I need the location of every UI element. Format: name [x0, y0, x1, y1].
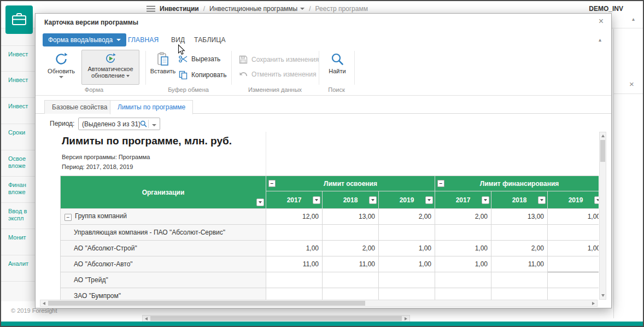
breadcrumb-level2[interactable]: Реестр программ — [315, 5, 368, 13]
breadcrumb-root[interactable]: Инвестиции — [160, 5, 199, 13]
value-cell[interactable] — [323, 225, 379, 241]
value-cell[interactable]: 11,00 — [491, 256, 548, 272]
org-column-header[interactable]: Организации — [61, 176, 266, 209]
io-form-button[interactable]: Форма ввода/вывода — [43, 33, 126, 46]
breadcrumb-level1[interactable]: Инвестиционные программы — [209, 5, 305, 13]
close-icon[interactable]: × — [629, 79, 634, 89]
value-cell[interactable]: 2,00 — [491, 241, 548, 256]
value-cell[interactable]: 2,00 — [435, 209, 491, 225]
collapse-icon[interactable]: − — [437, 180, 444, 187]
value-cell[interactable] — [491, 225, 548, 241]
year-column-header[interactable]: 2018 — [323, 191, 379, 209]
scroll-left-icon[interactable] — [143, 316, 150, 322]
refresh-label: Обновить — [48, 68, 75, 74]
value-cell[interactable] — [323, 288, 379, 300]
value-cell[interactable]: 13,00 — [323, 209, 379, 225]
ribbon-tab-main[interactable]: ГЛАВНАЯ — [128, 36, 159, 44]
value-cell[interactable] — [548, 272, 599, 288]
column-filter-button[interactable] — [425, 196, 433, 204]
column-filter-button[interactable] — [313, 196, 320, 204]
find-button[interactable]: Найти — [324, 52, 350, 74]
year-column-header[interactable]: 2017 — [266, 191, 323, 209]
collapse-icon[interactable]: − — [268, 180, 276, 187]
tab-basic-properties[interactable]: Базовые свойства — [44, 100, 115, 114]
tab-program-limits[interactable]: Лимиты по программе — [110, 100, 193, 114]
year-column-header[interactable]: 2018 — [491, 191, 548, 209]
value-cell[interactable]: 2,00 — [323, 241, 379, 256]
app-logo[interactable] — [5, 5, 33, 34]
value-cell[interactable] — [491, 288, 548, 300]
chevron-up-icon[interactable]: ▴ — [599, 37, 601, 43]
organization-cell[interactable]: −Группа компаний — [61, 209, 266, 225]
collapse-icon[interactable]: − — [65, 214, 72, 221]
cut-button[interactable]: Вырезать — [179, 55, 220, 63]
scrollbar-thumb[interactable] — [48, 301, 365, 306]
value-cell[interactable]: 2,00 — [379, 209, 435, 225]
menu-icon[interactable] — [147, 5, 155, 12]
group-column-header[interactable]: −Лимит освоения — [266, 176, 435, 191]
organization-cell[interactable]: АО "Абсолют-Строй" — [61, 241, 266, 256]
value-cell[interactable]: 13,00 — [491, 209, 548, 225]
value-cell[interactable] — [323, 272, 379, 288]
value-cell[interactable]: 1,00 — [435, 256, 491, 272]
value-cell[interactable] — [548, 256, 599, 272]
group-column-header[interactable]: −Лимит финансирования — [435, 176, 599, 191]
value-cell[interactable] — [379, 225, 435, 241]
value-cell[interactable] — [435, 272, 491, 288]
column-filter-button[interactable] — [482, 196, 489, 204]
undo-changes-button[interactable]: Отменить изменения — [239, 71, 316, 78]
column-filter-button[interactable] — [594, 196, 599, 204]
value-cell[interactable]: 1,00 — [435, 241, 491, 256]
value-cell[interactable] — [491, 272, 548, 288]
value-cell[interactable] — [435, 225, 491, 241]
value-cell[interactable] — [379, 288, 435, 300]
table-horizontal-scrollbar[interactable] — [40, 300, 598, 307]
value-cell[interactable] — [548, 225, 599, 241]
chevron-up-icon[interactable]: ▴ — [632, 16, 635, 22]
scroll-right-icon[interactable] — [402, 316, 409, 322]
chevron-down-icon[interactable] — [151, 120, 160, 128]
paste-button[interactable]: Вставить — [149, 52, 177, 74]
organization-cell[interactable]: Управляющая компания - ПАО "Абсолют-Серв… — [61, 225, 266, 241]
value-cell[interactable] — [435, 288, 491, 300]
ribbon-tab-table[interactable]: ТАБЛИЦА — [194, 36, 226, 44]
organization-cell[interactable]: ЗАО "Бумпром" — [61, 288, 266, 300]
year-column-header[interactable]: 2019 — [379, 191, 435, 209]
year-column-header[interactable]: 2017 — [435, 191, 491, 209]
organization-cell[interactable]: АО "Трейд" — [61, 272, 266, 288]
table-vertical-scrollbar[interactable] — [599, 132, 606, 300]
save-changes-button[interactable]: Сохранить изменения — [239, 55, 319, 64]
column-filter-button[interactable] — [369, 196, 377, 204]
copy-button[interactable]: Копировать — [179, 71, 227, 79]
value-cell[interactable] — [266, 272, 323, 288]
scroll-down-icon[interactable] — [600, 292, 606, 299]
value-cell[interactable]: 12,00 — [266, 209, 323, 225]
refresh-button[interactable]: Обновить — [44, 52, 78, 78]
value-cell[interactable]: 1,00 — [379, 241, 435, 256]
value-cell[interactable]: 1,00 — [548, 209, 599, 225]
value-cell[interactable]: 11,00 — [323, 256, 379, 272]
ribbon-tab-view[interactable]: ВИД — [171, 36, 185, 44]
copy-icon — [179, 71, 188, 79]
year-column-header[interactable]: 2019 — [548, 191, 599, 209]
value-cell[interactable] — [379, 272, 435, 288]
scroll-right-icon[interactable] — [590, 300, 597, 306]
scrollbar-thumb[interactable] — [150, 316, 402, 321]
value-cell[interactable] — [266, 225, 323, 241]
scroll-left-icon[interactable] — [40, 300, 48, 306]
period-combobox[interactable]: (Выделено 3 из 31) — [78, 118, 160, 130]
value-cell[interactable]: 11,00 — [266, 256, 323, 272]
user-label[interactable]: DEMO_INV — [589, 5, 623, 13]
column-filter-button[interactable] — [256, 198, 264, 206]
scroll-up-icon[interactable] — [600, 132, 606, 139]
value-cell[interactable] — [266, 288, 323, 300]
organization-cell[interactable]: АО "Абсолют-Авто" — [61, 256, 266, 272]
auto-refresh-button[interactable]: Автоматическое обновление — [81, 50, 139, 85]
close-icon[interactable]: × — [599, 16, 604, 26]
column-filter-button[interactable] — [538, 196, 546, 204]
value-cell[interactable]: 1,00 — [548, 241, 599, 256]
value-cell[interactable] — [548, 288, 599, 300]
scrollbar-thumb[interactable] — [600, 140, 605, 162]
value-cell[interactable]: 1,00 — [379, 256, 435, 272]
value-cell[interactable]: 1,00 — [266, 241, 323, 256]
